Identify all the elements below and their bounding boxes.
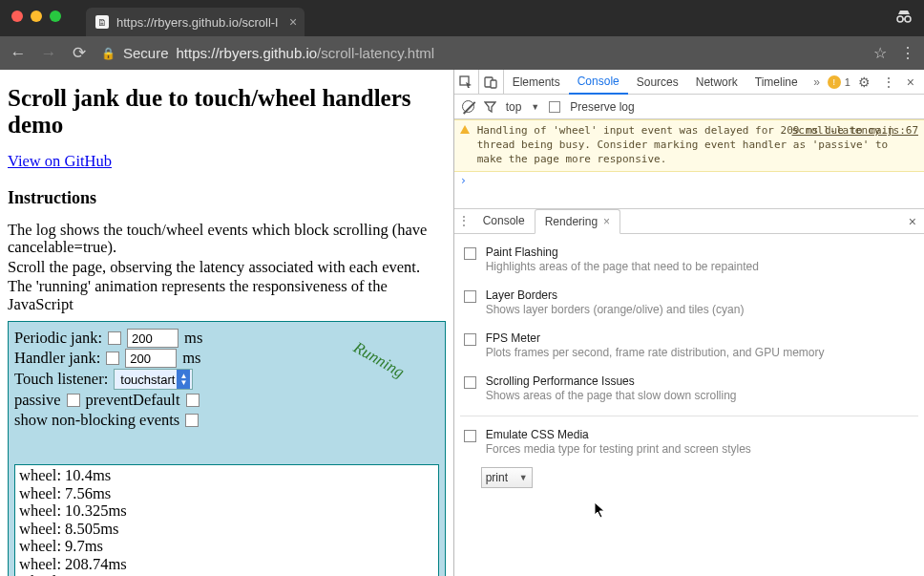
back-button[interactable]: ← [10,44,27,63]
preventdefault-label: preventDefault [86,391,180,410]
drawer-tab-close-button[interactable]: × [603,215,610,228]
drawer-tab-rendering-label: Rendering [545,215,598,228]
console-warning[interactable]: scroll-latency.js:67 Handling of 'wheel'… [454,119,924,172]
scrolling-issues-desc: Shows areas of the page that slow down s… [486,389,737,402]
preventdefault-checkbox[interactable] [186,394,200,407]
macos-minimize-button[interactable] [31,11,42,22]
css-media-value: print [486,471,508,484]
preserve-log-checkbox[interactable] [549,101,560,113]
passive-label: passive [14,391,61,410]
devtools-drawer: ⋮ Console Rendering × × Paint Flashing H… [454,208,924,576]
page-favicon-icon: 🗎 [95,15,109,29]
fps-meter-checkbox[interactable] [464,333,476,346]
address-bar[interactable]: 🔒 Secure https://rbyers.github.io/scroll… [101,45,860,61]
drawer-tab-console[interactable]: Console [473,209,535,233]
tab-close-button[interactable]: × [289,14,297,30]
macos-close-button[interactable] [11,11,23,22]
inspect-element-button[interactable] [454,70,479,94]
log-line: wheel: 10.325ms [19,502,434,520]
passive-checkbox[interactable] [67,394,80,407]
demo-panel: Periodic jank: 200 ms Handler jank: 200 … [8,321,446,576]
secure-label: Secure [123,45,169,61]
incognito-icon [895,10,913,23]
svg-rect-4 [491,80,496,88]
tab-console[interactable]: Console [569,70,628,95]
warnings-count: 1 [845,76,850,88]
tab-title: https://rbyers.github.io/scroll-l [116,15,278,30]
scrolling-issues-checkbox[interactable] [464,376,476,389]
emulate-css-media-label: Emulate CSS Media [486,428,751,441]
window-titlebar: 🗎 https://rbyers.github.io/scroll-l × [0,0,924,36]
warning-triangle-icon [460,125,470,134]
event-log[interactable]: wheel: 10.4ms wheel: 7.56ms wheel: 10.32… [14,464,439,576]
browser-tab[interactable]: 🗎 https://rbyers.github.io/scroll-l × [86,8,304,36]
handler-jank-unit: ms [182,349,200,368]
devtools-panel: Elements Console Sources Network Timelin… [453,70,924,576]
periodic-jank-unit: ms [184,329,202,348]
chrome-menu-button[interactable]: ⋮ [900,44,914,62]
touch-listener-label: Touch listener: [14,370,108,389]
layer-borders-checkbox[interactable] [464,290,476,303]
log-line: wheel: 10.4ms [19,467,434,484]
reload-button[interactable]: ⟳ [71,43,88,63]
log-line: wheel: 208.74ms [19,556,434,573]
rendered-page[interactable]: Scroll jank due to touch/wheel handlers … [0,70,453,576]
paint-flashing-desc: Highlights areas of the page that need t… [486,260,759,273]
preserve-log-label: Preserve log [570,100,634,114]
console-body: scroll-latency.js:67 Handling of 'wheel'… [454,119,924,189]
forward-button: → [40,44,57,63]
layer-borders-desc: Shows layer borders (orange/olive) and t… [486,303,745,316]
emulate-css-media-desc: Forces media type for testing print and … [486,442,751,456]
clear-console-button[interactable] [462,100,474,113]
console-prompt[interactable]: › [454,172,924,189]
lock-icon: 🔒 [101,47,116,60]
drawer-tab-rendering[interactable]: Rendering × [535,209,620,234]
browser-toolbar: ← → ⟳ 🔒 Secure https://rbyers.github.io/… [0,36,924,70]
github-link[interactable]: View on GitHub [8,152,112,170]
dropdown-arrow-icon: ▼ [519,473,528,482]
devtools-close-button[interactable]: × [903,75,918,90]
tab-network[interactable]: Network [687,70,746,94]
url-host: https://rbyers.github.io [177,45,318,61]
macos-zoom-button[interactable] [50,11,61,22]
filter-icon[interactable] [484,100,496,113]
window-controls [11,11,61,22]
device-toolbar-button[interactable] [479,70,504,94]
tab-elements[interactable]: Elements [504,70,569,94]
warning-source-link[interactable]: scroll-latency.js:67 [792,124,918,139]
context-selector[interactable]: top [506,100,522,114]
instructions-line-2: Scroll the page, observing the latency a… [8,259,446,276]
log-line: wheel: 7.56ms [19,485,434,502]
devtools-settings-button[interactable]: ⚙ [854,75,874,90]
svg-point-0 [897,16,903,22]
drawer-menu-button[interactable]: ⋮ [454,209,473,233]
drawer-close-button[interactable]: × [909,214,916,229]
warnings-badge-icon[interactable]: ! [828,75,841,89]
instructions-heading: Instructions [8,188,446,208]
show-nonblocking-label: show non-blocking events [14,411,179,430]
show-nonblocking-checkbox[interactable] [185,414,199,427]
touch-listener-select[interactable]: touchstart ▲▼ [114,369,193,390]
log-line: wheel: 9.7ms [19,538,434,555]
page-title: Scroll jank due to touch/wheel handlers … [8,85,446,139]
handler-jank-input[interactable]: 200 [125,349,177,368]
more-tabs-button[interactable]: » [807,70,828,94]
fps-meter-desc: Plots frames per second, frame rate dist… [486,346,825,359]
periodic-jank-input[interactable]: 200 [127,329,178,348]
periodic-jank-checkbox[interactable] [108,331,121,345]
handler-jank-checkbox[interactable] [106,352,119,365]
tab-sources[interactable]: Sources [628,70,687,94]
tab-timeline[interactable]: Timeline [746,70,807,94]
devtools-menu-button[interactable]: ⋮ [878,75,899,90]
console-toolbar: top ▼ Preserve log [454,95,924,119]
emulate-css-media-checkbox[interactable] [464,430,476,442]
select-arrows-icon: ▲▼ [177,370,190,389]
paint-flashing-checkbox[interactable] [464,247,476,260]
layer-borders-label: Layer Borders [486,288,745,302]
touch-listener-value: touchstart [120,373,175,387]
url-path: /scroll-latency.html [317,45,434,61]
fps-meter-label: FPS Meter [486,331,825,345]
context-dropdown-icon[interactable]: ▼ [531,102,539,112]
css-media-select[interactable]: print ▼ [481,467,533,488]
bookmark-star-icon[interactable]: ☆ [873,44,887,62]
